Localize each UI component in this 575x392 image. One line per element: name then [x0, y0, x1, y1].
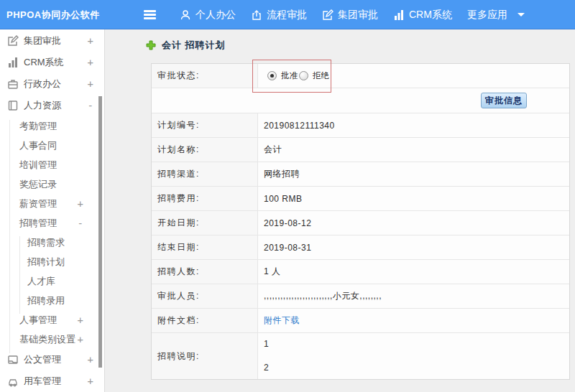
- sidebar-item-label: 薪资管理: [19, 197, 57, 210]
- sidebar-item[interactable]: 基础类别设置 +: [0, 330, 104, 349]
- top-menu-item[interactable]: CRM系统: [393, 9, 452, 22]
- field-value: 会计: [258, 138, 569, 162]
- field-value: 附件下载: [258, 309, 569, 332]
- sidebar-item[interactable]: CRM系统 +: [0, 52, 104, 73]
- status-row: 审批状态: 批准 拒绝: [152, 64, 569, 88]
- sidebar-scrollbar[interactable]: [98, 96, 102, 368]
- top-menu-item[interactable]: 集团审批: [322, 9, 378, 22]
- bar-chart-icon: [7, 57, 19, 68]
- expand-toggle[interactable]: +: [88, 35, 93, 47]
- topbar: PHPOA协同办公软件 个人办公 流程审批 集团审批 C: [0, 0, 575, 29]
- sidebar-item-label: 招聘录用: [27, 294, 65, 307]
- expand-toggle[interactable]: -: [88, 100, 93, 111]
- expand-toggle[interactable]: -: [78, 218, 83, 229]
- sidebar-item-label: 用车管理: [24, 375, 61, 388]
- sidebar-item[interactable]: 公文管理 +: [0, 349, 104, 370]
- sidebar-item-label: 招聘需求: [27, 236, 65, 249]
- field-value: 100 RMB: [258, 187, 569, 210]
- sidebar-item[interactable]: 集团审批 +: [0, 30, 104, 52]
- briefcase-icon: [7, 78, 19, 90]
- top-menu: 个人办公 流程审批 集团审批 CRM系统: [144, 0, 540, 29]
- field-label: 招聘渠道:: [152, 162, 258, 186]
- sidebar-item[interactable]: 考勤管理: [0, 116, 104, 136]
- radio-label: 拒绝: [313, 70, 329, 81]
- form-row: 招聘渠道: 网络招聘: [152, 162, 569, 187]
- sidebar-item-label: 行政办公: [24, 78, 61, 90]
- sidebar-item[interactable]: 招聘录用: [0, 291, 104, 310]
- expand-toggle[interactable]: +: [78, 334, 83, 345]
- sidebar-item-label: 集团审批: [24, 34, 61, 47]
- sidebar-item-label: 人事管理: [19, 314, 57, 327]
- top-menu-item[interactable]: 更多应用: [467, 9, 525, 22]
- hamburger-icon[interactable]: [144, 9, 156, 22]
- sidebar-item[interactable]: 人事管理 +: [0, 310, 104, 330]
- sidebar-item[interactable]: 培训管理: [0, 155, 104, 174]
- field-label: 审批状态:: [152, 64, 258, 88]
- sidebar-item-label: 招聘计划: [27, 256, 65, 269]
- page-header: 会计 招聘计划: [146, 39, 226, 52]
- sidebar-item[interactable]: 行政办公 +: [0, 73, 104, 95]
- expand-toggle[interactable]: +: [78, 198, 83, 210]
- sidebar: 集团审批 + CRM系统 + 行政办公 + 人力资源 -: [0, 29, 104, 392]
- field-value: 网络招聘: [258, 162, 569, 186]
- form-row: 审批人员: ,,,,,,,,,,,,,,,,,,,,,,,,,小元女,,,,,,…: [152, 284, 569, 309]
- description-line: 1: [264, 332, 269, 356]
- expand-toggle[interactable]: +: [88, 57, 93, 68]
- expand-toggle[interactable]: +: [88, 78, 93, 90]
- sidebar-item[interactable]: 招聘需求: [0, 233, 104, 252]
- top-menu-label: 更多应用: [467, 9, 507, 22]
- field-label: 审批人员:: [152, 284, 258, 308]
- form-row: 计划名称: 会计: [152, 138, 569, 162]
- main-content: 会计 招聘计划 审批状态: 批准 拒绝 审批信息: [104, 29, 575, 392]
- form-row: 结束日期: 2019-08-31: [152, 235, 569, 260]
- sidebar-item-label: 人才库: [27, 275, 55, 288]
- sidebar-item[interactable]: 薪资管理 +: [0, 194, 104, 213]
- top-menu-item[interactable]: 流程审批: [251, 9, 307, 22]
- top-menu-label: 集团审批: [338, 9, 378, 22]
- sidebar-item[interactable]: 招聘管理 -: [0, 213, 104, 233]
- edit-square-icon: [7, 35, 19, 47]
- sidebar-item-label: 人力资源: [24, 99, 61, 112]
- page-title: 会计 招聘计划: [162, 39, 226, 52]
- sidebar-item[interactable]: 招聘计划: [0, 252, 104, 271]
- sidebar-item-label: 人事合同: [19, 139, 57, 152]
- expand-toggle[interactable]: +: [88, 375, 93, 387]
- sidebar-item-label: 考勤管理: [19, 120, 57, 133]
- book-icon: [7, 100, 19, 111]
- field-label: 结束日期:: [152, 235, 258, 259]
- approval-info-button[interactable]: 审批信息: [481, 93, 527, 108]
- field-label: 计划名称:: [152, 138, 258, 162]
- expand-toggle[interactable]: +: [88, 354, 93, 365]
- sidebar-item[interactable]: 人力资源 -: [0, 95, 104, 116]
- bar-chart-icon: [393, 9, 405, 21]
- description-line: 2: [264, 356, 269, 380]
- status-options: 批准 拒绝: [258, 64, 569, 88]
- button-row: 审批信息: [152, 88, 569, 113]
- field-value: 1 2: [258, 333, 569, 379]
- tree-guide-line: [9, 120, 10, 353]
- form-row: 附件文档: 附件下载: [152, 309, 569, 333]
- top-menu-item[interactable]: 个人办公: [180, 9, 236, 22]
- field-label: 附件文档:: [152, 309, 258, 332]
- person-icon: [180, 9, 191, 21]
- sidebar-item[interactable]: 用车管理 +: [0, 370, 104, 392]
- approval-form: 审批状态: 批准 拒绝 审批信息 计划编号:: [151, 63, 570, 380]
- chevron-down-icon: [518, 13, 525, 17]
- form-row: 招聘费用: 100 RMB: [152, 187, 569, 211]
- edit-square-icon: [322, 9, 334, 21]
- expand-toggle[interactable]: +: [78, 314, 83, 326]
- radio-option: 批准: [264, 70, 295, 81]
- top-menu-label: 流程审批: [267, 9, 307, 22]
- car-icon: [7, 375, 19, 387]
- radio-option: 拒绝: [295, 70, 327, 81]
- form-row: 招聘人数: 1 人: [152, 260, 569, 284]
- field-value: 20190812111340: [258, 113, 569, 137]
- radio-button[interactable]: [267, 71, 277, 80]
- sidebar-item-label: 培训管理: [19, 159, 57, 172]
- sidebar-item[interactable]: 人事合同: [0, 136, 104, 155]
- app-logo[interactable]: PHPOA协同办公软件: [6, 0, 100, 29]
- sidebar-item[interactable]: 奖惩记录: [0, 174, 104, 194]
- tree-guide-line: [19, 236, 20, 314]
- radio-button[interactable]: [299, 71, 308, 80]
- sidebar-item[interactable]: 人才库: [0, 271, 104, 291]
